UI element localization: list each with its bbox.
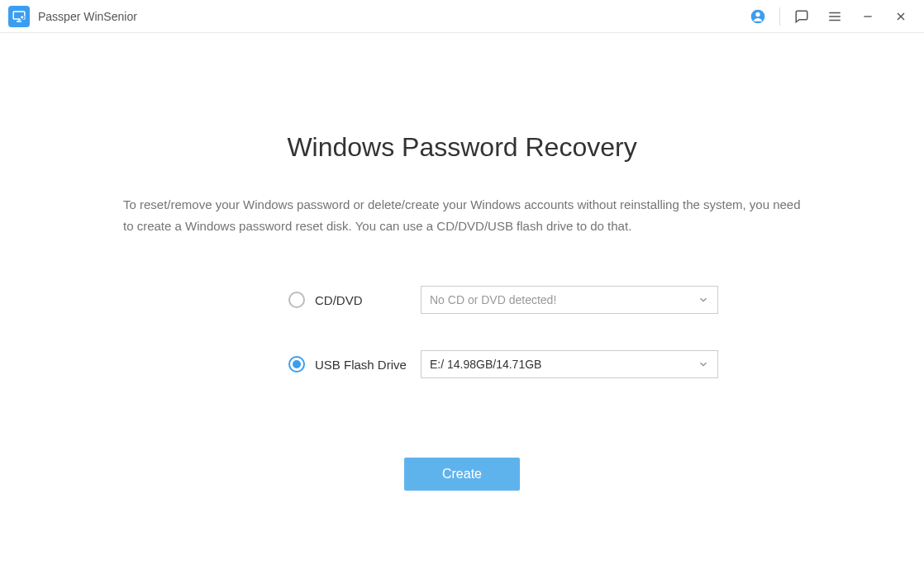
dropdown-text-cddvd: No CD or DVD detected!: [430, 293, 556, 306]
close-button[interactable]: [884, 0, 917, 33]
radio-label-cddvd: CD/DVD: [315, 293, 421, 307]
page-title: Windows Password Recovery: [287, 132, 636, 163]
dropdown-cddvd[interactable]: No CD or DVD detected!: [421, 286, 718, 314]
minimize-button[interactable]: [851, 0, 884, 33]
page-description: To reset/remove your Windows password or…: [123, 194, 801, 236]
hamburger-icon: [827, 9, 842, 24]
radio-label-usb: USB Flash Drive: [315, 358, 421, 372]
chat-icon: [794, 9, 809, 24]
option-cddvd: CD/DVD No CD or DVD detected!: [288, 286, 718, 314]
dropdown-usb[interactable]: E:/ 14.98GB/14.71GB: [421, 350, 718, 378]
separator: [779, 7, 780, 26]
option-usb: USB Flash Drive E:/ 14.98GB/14.71GB: [288, 350, 718, 378]
feedback-button[interactable]: [785, 0, 818, 33]
close-icon: [894, 10, 907, 23]
radio-usb[interactable]: [288, 356, 305, 373]
radio-cddvd[interactable]: [288, 292, 305, 308]
media-options: CD/DVD No CD or DVD detected! USB Flash …: [288, 286, 718, 378]
main-content: Windows Password Recovery To reset/remov…: [0, 33, 924, 491]
chevron-down-icon: [698, 358, 709, 370]
svg-point-3: [755, 12, 760, 16]
svg-point-1: [21, 15, 25, 19]
titlebar: Passper WinSenior: [0, 0, 924, 33]
create-button[interactable]: Create: [404, 458, 520, 491]
user-icon: [750, 8, 766, 25]
dropdown-text-usb: E:/ 14.98GB/14.71GB: [430, 358, 541, 371]
chevron-down-icon: [698, 294, 709, 306]
app-title: Passper WinSenior: [38, 10, 137, 23]
menu-button[interactable]: [818, 0, 851, 33]
app-icon: [8, 6, 30, 27]
user-account-button[interactable]: [741, 0, 774, 33]
minimize-icon: [861, 10, 874, 23]
